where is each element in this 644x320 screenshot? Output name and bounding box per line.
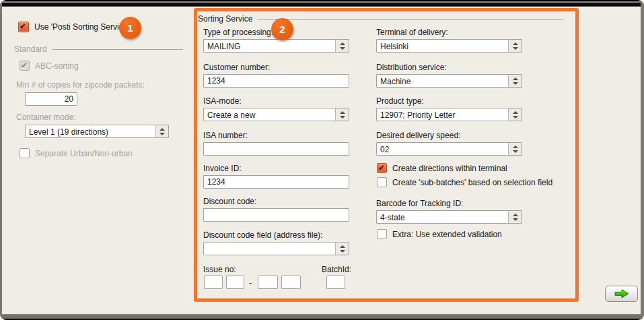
- desired-delivery-speed-label: Desired delivery speed:: [376, 131, 460, 140]
- terminal-of-delivery-label: Terminal of delivery:: [376, 28, 448, 37]
- product-type-select[interactable]: 12907; Priority Letter: [376, 108, 522, 121]
- next-button[interactable]: [605, 286, 638, 302]
- isa-number-input[interactable]: [203, 142, 349, 156]
- discount-code-input[interactable]: [203, 208, 349, 222]
- type-of-processing-value: MAILING: [204, 40, 335, 52]
- product-type-value: 12907; Priority Letter: [377, 108, 508, 121]
- annotation-badge-1: 1: [119, 17, 141, 39]
- up-down-spinner-icon[interactable]: [508, 40, 522, 52]
- up-down-spinner-icon[interactable]: [508, 211, 522, 223]
- distribution-service-value: Machine: [377, 75, 508, 87]
- customer-number-label: Customer number:: [203, 63, 270, 72]
- sub-batches-checkbox-row: Create 'sub-batches' based on selection …: [377, 177, 552, 187]
- isa-mode-value: Create a new: [204, 108, 335, 121]
- up-down-spinner-icon: [155, 125, 168, 137]
- extra-validation-label: Extra: Use extended validation: [392, 230, 502, 239]
- issue-no-box3-input[interactable]: [258, 276, 278, 289]
- group-divider-line: [258, 19, 563, 20]
- use-posti-sorting-service-label: Use 'Posti Sorting Service': [34, 22, 129, 32]
- desired-delivery-speed-select[interactable]: 02: [376, 142, 522, 156]
- type-of-processing-label: Type of processing:: [203, 28, 273, 37]
- discount-code-field-select[interactable]: [203, 242, 349, 255]
- discount-code-field-label: Discount code field (address file):: [203, 230, 322, 240]
- sorting-service-group-title: Sorting Service: [198, 14, 252, 24]
- create-directions-label: Create directions within terminal: [392, 164, 507, 173]
- sub-batches-label: Create 'sub-batches' based on selection …: [392, 178, 552, 187]
- min-copies-label: Min # of copies for zipcode packets:: [16, 80, 145, 90]
- min-copies-input: [25, 92, 77, 106]
- up-down-spinner-icon[interactable]: [335, 108, 349, 121]
- abc-sorting-checkbox-row: ✔ ABC-sorting: [20, 61, 79, 71]
- container-mode-select: Level 1 (19 directions): [25, 125, 169, 138]
- distribution-service-select[interactable]: Machine: [376, 74, 522, 88]
- desired-delivery-speed-value: 02: [377, 143, 508, 155]
- sorting-service-group-header: Sorting Service: [198, 14, 563, 24]
- abc-sorting-label: ABC-sorting: [35, 61, 79, 71]
- container-mode-value: Level 1 (19 directions): [26, 125, 155, 137]
- use-posti-sorting-service-checkbox[interactable]: ✔: [18, 22, 29, 32]
- barcode-tracking-select[interactable]: 4-state: [376, 210, 522, 224]
- extra-validation-checkbox-row: Extra: Use extended validation: [377, 229, 502, 239]
- barcode-tracking-label: Barcode for Tracking ID:: [376, 199, 463, 208]
- customer-number-input[interactable]: [203, 74, 349, 88]
- up-down-spinner-icon[interactable]: [508, 75, 522, 87]
- isa-number-label: ISA number:: [203, 131, 248, 140]
- green-arrow-right-icon: [614, 289, 629, 298]
- dialog-window: ✔ Use 'Posti Sorting Service' 1 Standard…: [0, 0, 644, 320]
- create-directions-checkbox-row: ✔ Create directions within terminal: [377, 163, 507, 173]
- window-left-edge: [0, 0, 2, 320]
- create-directions-checkbox[interactable]: ✔: [377, 163, 387, 173]
- use-posti-sorting-service-checkbox-row: ✔ Use 'Posti Sorting Service': [18, 22, 129, 32]
- window-bottom-edge: [0, 314, 644, 320]
- standard-group-title: Standard: [14, 44, 47, 54]
- annotation-badge-2: 2: [271, 18, 293, 40]
- separate-urban-checkbox: [20, 148, 30, 158]
- extra-validation-checkbox[interactable]: [377, 229, 387, 239]
- checkmark-icon: ✔: [20, 22, 26, 32]
- invoice-id-label: Invoice ID:: [203, 164, 242, 173]
- up-down-spinner-icon[interactable]: [508, 143, 522, 155]
- group-divider-line: [52, 49, 183, 50]
- up-down-spinner-icon[interactable]: [508, 108, 522, 121]
- standard-group-header: Standard: [14, 44, 183, 54]
- distribution-service-label: Distribution service:: [376, 63, 447, 72]
- separate-urban-checkbox-row: Separate Urban/Non-urban: [20, 148, 133, 158]
- window-right-edge: [641, 0, 644, 320]
- issue-no-box1-input[interactable]: [204, 276, 223, 289]
- container-mode-label: Container mode:: [16, 113, 76, 122]
- type-of-processing-select[interactable]: MAILING: [203, 39, 349, 53]
- product-type-label: Product type:: [376, 96, 424, 106]
- batch-id-input[interactable]: [326, 276, 345, 289]
- issue-no-label: Issue no:: [203, 265, 236, 274]
- up-down-spinner-icon[interactable]: [335, 243, 349, 255]
- isa-mode-label: ISA-mode:: [203, 96, 242, 106]
- up-down-spinner-icon[interactable]: [335, 40, 349, 52]
- batch-id-label: BatchId:: [322, 265, 351, 274]
- sub-batches-checkbox[interactable]: [377, 177, 387, 187]
- terminal-of-delivery-value: Helsinki: [377, 40, 508, 52]
- invoice-id-input[interactable]: [203, 175, 349, 189]
- checkmark-icon: ✔: [378, 163, 385, 173]
- issue-no-box4-input[interactable]: [281, 276, 301, 289]
- checkmark-icon: ✔: [21, 61, 28, 71]
- window-top-edge: [0, 0, 644, 7]
- discount-code-field-value: [204, 243, 335, 255]
- barcode-tracking-value: 4-state: [377, 211, 508, 223]
- separate-urban-label: Separate Urban/Non-urban: [35, 149, 133, 158]
- discount-code-label: Discount code:: [203, 197, 256, 206]
- issue-no-box2-input[interactable]: [226, 276, 244, 289]
- abc-sorting-checkbox: ✔: [20, 61, 30, 71]
- issue-no-separator: -: [249, 278, 252, 288]
- terminal-of-delivery-select[interactable]: Helsinki: [376, 39, 522, 53]
- isa-mode-select[interactable]: Create a new: [203, 108, 349, 121]
